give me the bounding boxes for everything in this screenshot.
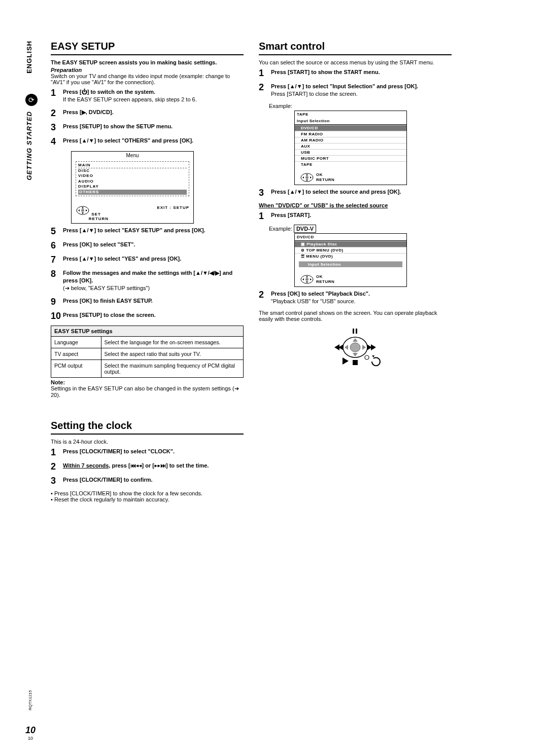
panel-item: MUSIC PORT xyxy=(295,155,406,161)
panel-head-input: Input Selection xyxy=(295,118,406,125)
left-column: EASY SETUP The EASY SETUP screen assists… xyxy=(51,41,244,504)
step-number: 6 xyxy=(51,241,63,250)
step-text: Press [CLOCK/TIMER] to confirm. xyxy=(63,476,244,485)
step-text: Press [▲/▼] to select "Input Selection" … xyxy=(271,83,418,89)
panel-item: TAPE xyxy=(295,161,406,167)
preparation-heading: Preparation xyxy=(51,67,82,73)
menu-item: DISPLAY xyxy=(78,184,187,189)
example2-box: DVD-V xyxy=(294,225,316,233)
note-body: Settings in the EASY SETUP can also be c… xyxy=(51,385,239,398)
panel-item-label: MENU (DVD) xyxy=(306,254,333,259)
sidebar: ENGLISH ⟳ GETTING STARTED xyxy=(25,41,41,218)
step-text: press [⏮◀◀] or [▶▶⏭] to set the time. xyxy=(110,462,209,469)
setup-menu-figure: Menu MAIN DISC VIDEO AUDIO DISPLAY OTHER… xyxy=(71,151,194,224)
step-text: Press [SETUP] to close the screen. xyxy=(63,311,244,320)
clock-note: Reset the clock regularly to maintain ac… xyxy=(54,496,169,502)
step-text: Press [▶, DVD/CD]. xyxy=(63,109,244,118)
panel-item-selected: DVD/CD xyxy=(295,125,406,131)
menu-item: AUDIO xyxy=(78,179,187,184)
step-number: 3 xyxy=(51,476,63,485)
smart-control-intro: You can select the source or access menu… xyxy=(259,59,452,65)
panel-ok: OK xyxy=(316,274,323,279)
step-number: 8 xyxy=(51,269,63,292)
input-selection-panel: TAPE Input Selection DVD/CD FM RADIO AM … xyxy=(294,111,407,185)
settings-value: Select the language for the on-screen me… xyxy=(101,336,243,348)
panel-item: FM RADIO xyxy=(295,131,406,137)
step-number: 2 xyxy=(259,290,271,305)
step-number: 1 xyxy=(51,88,63,103)
panel-item: USB xyxy=(295,149,406,155)
step-text: Press [CLOCK/TIMER] to select "CLOCK". xyxy=(63,448,244,457)
step-text: Press [OK] to finish EASY SETUP. xyxy=(63,297,244,306)
step-text: Press [▲/▼] to select the source and pre… xyxy=(271,188,452,197)
step-number: 5 xyxy=(51,227,63,236)
panel-item: AUX xyxy=(295,143,406,149)
clock-steps: 1 Press [CLOCK/TIMER] to select "CLOCK".… xyxy=(51,448,244,485)
page-number: 10 10 xyxy=(25,725,36,741)
settings-value: Select the aspect ratio that suits your … xyxy=(101,348,243,359)
step-number: 7 xyxy=(51,255,63,264)
sidebar-language: ENGLISH xyxy=(25,41,33,74)
right-column: Smart control You can select the source … xyxy=(259,41,452,504)
svg-rect-8 xyxy=(353,329,354,334)
step-subtext: "Playback USB" for "USB" source. xyxy=(271,298,356,304)
panel-head-dvdcd: DVD/CD xyxy=(295,234,406,241)
step-number: 1 xyxy=(51,448,63,457)
menu-set-label: SET xyxy=(91,212,101,217)
settings-key: TV aspect xyxy=(51,348,101,359)
menu-footer: SET RETURN EXIT : SETUP xyxy=(72,198,193,223)
easy-setup-settings-table: Language Select the language for the on-… xyxy=(51,336,244,378)
sidebar-section: GETTING STARTED xyxy=(25,111,33,181)
panel-item-label: Playback Disc xyxy=(306,242,337,246)
svg-point-11 xyxy=(365,355,369,359)
step-number: 1 xyxy=(259,211,271,221)
menu-item-selected: OTHERS xyxy=(78,190,187,195)
step-number: 2 xyxy=(51,462,63,471)
preparation-body: Switch on your TV and change its video i… xyxy=(51,73,230,85)
svg-point-7 xyxy=(350,343,360,352)
menu-item: VIDEO xyxy=(78,173,187,178)
table-row: Language Select the language for the on-… xyxy=(51,336,244,348)
step-number: 4 xyxy=(51,137,63,146)
page: ENGLISH ⟳ GETTING STARTED EASY SETUP The… xyxy=(0,0,548,756)
svg-point-3 xyxy=(305,176,309,179)
step-number: 10 xyxy=(51,311,63,320)
menu-list: MAIN DISC VIDEO AUDIO DISPLAY OTHERS xyxy=(76,161,189,196)
menu-item: DISC xyxy=(78,168,187,173)
step-number: 3 xyxy=(51,123,63,132)
smart-control-outro: The smart control panel shows on the scr… xyxy=(259,310,452,322)
step-text: Press [▲/▼] to select "OTHERS" and press… xyxy=(63,137,244,146)
svg-rect-10 xyxy=(353,360,358,365)
easy-setup-settings-heading: EASY SETUP settings xyxy=(51,326,244,336)
easy-setup-intro: The EASY SETUP screen assists you in mak… xyxy=(51,59,244,65)
smart-control-panel-figure xyxy=(327,327,383,369)
step-number: 2 xyxy=(259,83,271,98)
clock-note: Press [CLOCK/TIMER] to show the clock fo… xyxy=(54,490,202,496)
panel-item: ☰ MENU (DVD) xyxy=(295,253,406,259)
panel-item: AM RADIO xyxy=(295,137,406,143)
document-code: RQTX1215 xyxy=(28,690,32,710)
note-heading: Note: xyxy=(51,379,65,385)
table-row: PCM output Select the maximum sampling f… xyxy=(51,359,244,377)
step-text: Follow the messages and make the setting… xyxy=(63,270,232,283)
divider xyxy=(259,54,452,55)
settings-value: Select the maximum sampling frequency of… xyxy=(101,359,243,377)
settings-key: PCM output xyxy=(51,359,101,377)
page-number-small: 10 xyxy=(25,736,36,741)
panel-subitem: Input Selection xyxy=(299,261,402,267)
step-subtext: If the EASY SETUP screen appears, skip s… xyxy=(63,96,197,102)
clock-intro: This is a 24-hour clock. xyxy=(51,439,244,445)
panel-footer: OK RETURN xyxy=(295,269,406,286)
step-subtext: Press [START] to close the screen. xyxy=(271,91,358,97)
sidebar-step-icon: ⟳ xyxy=(25,94,38,106)
nav-pad-icon xyxy=(76,205,90,215)
smart-step3: 3 Press [▲/▼] to select the source and p… xyxy=(259,188,452,197)
step-number: 9 xyxy=(51,297,63,306)
easy-setup-heading: EASY SETUP xyxy=(51,41,244,52)
menu-return-label: RETURN xyxy=(89,217,109,221)
step-text: Press [START]. xyxy=(271,211,452,221)
step-text: Press [▲/▼] to select "YES" and press [O… xyxy=(63,255,244,264)
step-number: 2 xyxy=(51,109,63,118)
panel-return: RETURN xyxy=(316,279,334,284)
nav-pad-icon xyxy=(300,274,314,284)
